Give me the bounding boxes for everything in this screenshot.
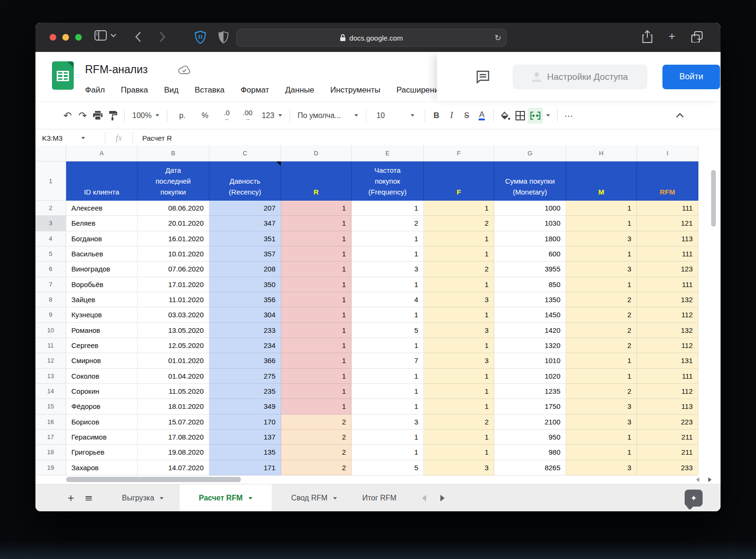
cell-A8[interactable]: Зайцев	[66, 292, 137, 307]
text-color-button[interactable]: A	[474, 108, 490, 124]
all-sheets-icon[interactable]: ≡	[85, 492, 93, 504]
column-header-D[interactable]: D	[281, 145, 352, 161]
cell-F11[interactable]: 1	[424, 338, 494, 353]
cell-I2[interactable]: 111	[637, 201, 698, 216]
cell-C6[interactable]: 208	[209, 262, 281, 277]
row-number-18[interactable]: 18	[35, 445, 66, 460]
cell-G13[interactable]: 1020	[494, 369, 566, 384]
cell-B13[interactable]: 01.04.2020	[137, 369, 209, 384]
cell-C13[interactable]: 275	[209, 369, 281, 384]
increase-decimals-button[interactable]: .00→	[237, 108, 258, 124]
more-tools-icon[interactable]: ⋯	[561, 108, 576, 124]
column-header-F[interactable]: F	[424, 145, 494, 161]
cell-C10[interactable]: 233	[209, 323, 281, 338]
header-cell-D[interactable]: R	[281, 161, 352, 201]
cell-B17[interactable]: 17.08.2020	[137, 430, 209, 445]
header-cell-E[interactable]: Частотапокупок(Frequency)	[352, 161, 424, 201]
new-tab-icon[interactable]: +	[669, 31, 675, 42]
address-bar[interactable]: docs.google.com ↻	[236, 29, 507, 47]
format-percent-button[interactable]: %	[194, 108, 216, 124]
cell-G19[interactable]: 8265	[494, 460, 566, 475]
cell-A10[interactable]: Романов	[66, 323, 137, 338]
row-number-11[interactable]: 11	[35, 338, 66, 353]
menu-edit[interactable]: Правка	[121, 85, 148, 95]
document-title[interactable]: RFM-анализ	[85, 63, 148, 76]
cell-I13[interactable]: 111	[637, 369, 698, 384]
cell-A12[interactable]: Смирнов	[66, 353, 137, 368]
cell-D13[interactable]: 1	[281, 369, 352, 384]
cell-E19[interactable]: 5	[352, 460, 424, 475]
cell-F2[interactable]: 1	[424, 201, 494, 216]
cell-D16[interactable]: 2	[281, 415, 352, 430]
cell-E17[interactable]: 1	[352, 430, 424, 445]
cell-E10[interactable]: 5	[352, 323, 424, 338]
cell-F9[interactable]: 1	[424, 307, 494, 322]
cell-C5[interactable]: 357	[209, 246, 281, 262]
cell-H10[interactable]: 2	[566, 323, 637, 338]
cell-E7[interactable]: 1	[352, 277, 424, 292]
cell-B9[interactable]: 03.03.2020	[137, 307, 209, 322]
forward-icon[interactable]	[159, 31, 166, 42]
cell-F18[interactable]: 1	[424, 445, 494, 460]
cell-G7[interactable]: 850	[494, 277, 566, 292]
row-number-4[interactable]: 4	[35, 231, 66, 246]
row-number-19[interactable]: 19	[35, 460, 66, 475]
cell-H6[interactable]: 3	[566, 262, 637, 277]
header-cell-F[interactable]: F	[424, 161, 494, 201]
horizontal-scrollbar[interactable]	[35, 475, 721, 484]
menu-insert[interactable]: Вставка	[195, 85, 224, 95]
cell-B12[interactable]: 01.01.2020	[137, 353, 209, 368]
cell-E12[interactable]: 7	[352, 353, 424, 368]
row-number-6[interactable]: 6	[35, 262, 66, 277]
cell-A13[interactable]: Соколов	[66, 369, 137, 384]
cell-A14[interactable]: Сорокин	[66, 384, 137, 399]
menu-file[interactable]: Файл	[85, 85, 105, 95]
cell-H9[interactable]: 2	[566, 307, 637, 322]
cell-F14[interactable]: 1	[424, 384, 494, 399]
collapse-toolbar-icon[interactable]	[672, 108, 687, 124]
cell-E2[interactable]: 1	[352, 201, 424, 216]
cell-I4[interactable]: 113	[637, 231, 698, 246]
cell-A6[interactable]: Виноградов	[66, 262, 137, 277]
column-header-E[interactable]: E	[352, 145, 424, 161]
cell-I8[interactable]: 132	[637, 292, 698, 307]
cell-D12[interactable]: 1	[281, 353, 352, 368]
borders-icon[interactable]	[513, 108, 528, 124]
cell-E13[interactable]: 1	[352, 369, 424, 384]
sidebar-icon[interactable]	[94, 30, 107, 41]
cell-I9[interactable]: 112	[637, 307, 698, 322]
cell-H4[interactable]: 3	[566, 231, 637, 246]
cell-I15[interactable]: 113	[637, 399, 698, 414]
cell-I5[interactable]: 111	[637, 246, 698, 262]
cell-B2[interactable]: 08.06.2020	[137, 201, 209, 216]
cell-G3[interactable]: 1030	[494, 216, 566, 231]
cell-A3[interactable]: Беляев	[66, 216, 137, 231]
cell-E3[interactable]: 2	[352, 216, 424, 231]
cell-B3[interactable]: 20.01.2020	[137, 216, 209, 231]
cell-D18[interactable]: 2	[281, 445, 352, 460]
cell-E15[interactable]: 1	[352, 399, 424, 414]
cell-I11[interactable]: 112	[637, 338, 698, 353]
cell-C2[interactable]: 207	[209, 201, 281, 216]
cell-C19[interactable]: 171	[209, 460, 281, 475]
row-number-2[interactable]: 2	[35, 201, 66, 216]
cell-B8[interactable]: 11.01.2020	[137, 292, 209, 307]
cell-E11[interactable]: 1	[352, 338, 424, 353]
cell-G6[interactable]: 3955	[494, 262, 566, 277]
cell-G9[interactable]: 1450	[494, 307, 566, 322]
cell-A4[interactable]: Богданов	[66, 231, 137, 246]
scroll-right-icon[interactable]	[708, 477, 712, 482]
cell-E16[interactable]: 3	[352, 415, 424, 430]
cell-A17[interactable]: Герасимов	[66, 430, 137, 445]
cell-F8[interactable]: 3	[424, 292, 494, 307]
cell-G5[interactable]: 600	[494, 246, 566, 262]
horizontal-scrollbar-thumb[interactable]	[66, 477, 241, 482]
cell-A18[interactable]: Григорьев	[66, 445, 137, 460]
zoom-window-button[interactable]	[75, 34, 82, 41]
cell-F10[interactable]: 3	[424, 323, 494, 338]
menu-format[interactable]: Формат	[241, 85, 269, 95]
cell-A5[interactable]: Васильев	[66, 246, 137, 262]
cell-H7[interactable]: 1	[566, 277, 637, 292]
tab-svod-rfm[interactable]: Свод RFM	[272, 484, 357, 511]
cell-F4[interactable]: 1	[424, 231, 494, 246]
